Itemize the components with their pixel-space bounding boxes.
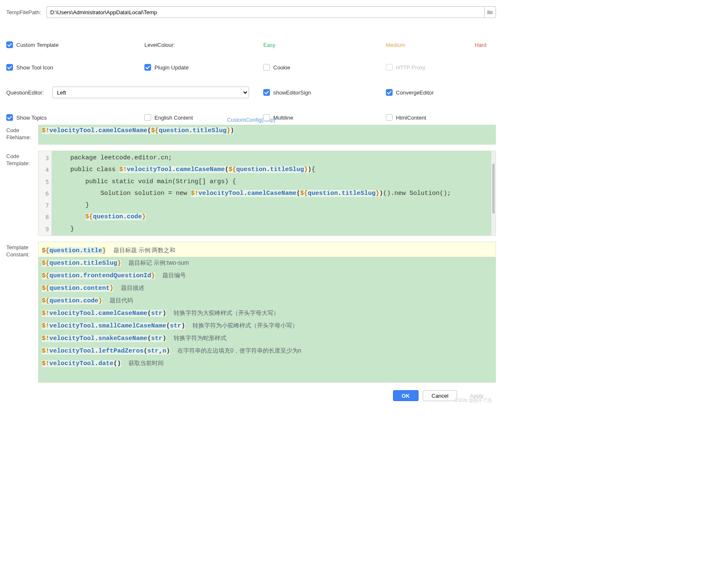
show-editor-sign-label: showEditorSign xyxy=(273,89,311,96)
plugin-update-checkbox[interactable] xyxy=(144,64,151,71)
code-template-label: Code Template: xyxy=(6,151,38,167)
code-area[interactable]: package leetcode.editor.cn; public class… xyxy=(52,151,496,235)
level-colour-label: LevelColour: xyxy=(144,42,175,48)
apply-button: Apply xyxy=(461,390,492,401)
cookie-label: Cookie xyxy=(273,64,290,71)
temp-file-path-label: TempFilePath: xyxy=(6,9,46,15)
browse-button[interactable] xyxy=(484,6,496,18)
english-content-checkbox[interactable] xyxy=(144,114,151,121)
html-content-label: HtmlContent xyxy=(396,115,426,121)
show-tool-icon-checkbox[interactable] xyxy=(6,64,13,71)
scroll-thumb[interactable] xyxy=(492,164,495,214)
template-constant-editor[interactable]: ${question.title}题目标题 示例:两数之和 ${question… xyxy=(38,242,496,383)
custom-template-checkbox[interactable] xyxy=(6,41,13,48)
converge-editor-label: ConvergeEditor xyxy=(396,89,434,96)
http-proxy-checkbox xyxy=(386,64,393,71)
converge-editor-checkbox[interactable] xyxy=(386,89,393,96)
show-tool-icon-label: Show Tool Icon xyxy=(16,64,53,71)
show-topics-label: Show Topics xyxy=(16,115,47,121)
show-editor-sign-checkbox[interactable] xyxy=(263,89,270,96)
cookie-checkbox[interactable] xyxy=(263,64,270,71)
show-topics-checkbox[interactable] xyxy=(6,114,13,121)
english-content-label: English Content xyxy=(154,115,193,121)
cancel-button[interactable]: Cancel xyxy=(423,390,457,401)
html-content-checkbox[interactable] xyxy=(386,114,393,121)
plugin-update-label: Plugin Update xyxy=(154,64,189,71)
ok-button[interactable]: OK xyxy=(393,390,419,401)
temp-file-path-input[interactable] xyxy=(46,6,484,18)
code-template-editor[interactable]: 3456789 package leetcode.editor.cn; publ… xyxy=(38,151,496,236)
custom-template-label: Custom Template xyxy=(16,42,59,48)
level-hard-label: Hard xyxy=(475,42,486,48)
level-medium-label: Medium xyxy=(386,42,405,48)
scrollbar[interactable] xyxy=(491,151,496,235)
question-editor-select[interactable]: Left xyxy=(52,87,249,98)
template-constant-label: Template Constant: xyxy=(6,242,38,258)
http-proxy-label: HTTP Proxy xyxy=(396,64,426,71)
multiline-checkbox[interactable] xyxy=(263,114,270,121)
level-easy-label: Easy xyxy=(263,42,275,48)
gutter: 3456789 xyxy=(39,151,52,235)
question-editor-label: QuestionEditor: xyxy=(6,89,44,96)
folder-icon xyxy=(487,10,493,15)
multiline-label: Multiline xyxy=(273,115,293,121)
code-filename-editor[interactable]: $!velocityTool.camelCaseName(${question.… xyxy=(38,125,496,145)
code-filename-label: Code FileName: xyxy=(6,125,38,141)
